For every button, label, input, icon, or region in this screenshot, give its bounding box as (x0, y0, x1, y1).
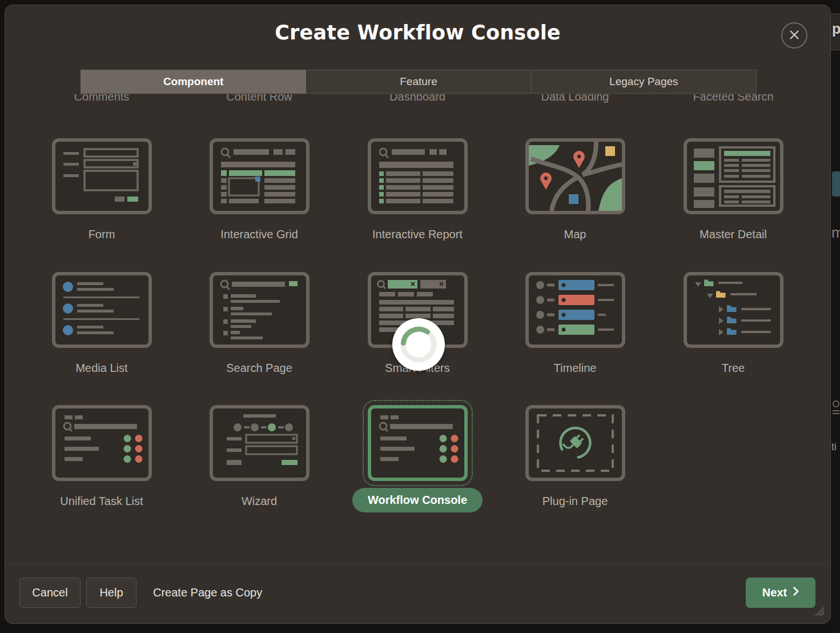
card-interactive-grid[interactable]: Interactive Grid (183, 138, 335, 242)
card-label-form: Form (26, 227, 178, 242)
card-label-wizard: Wizard (183, 494, 335, 508)
footer-divider (5, 563, 830, 564)
background-search-glyph (831, 400, 839, 419)
close-button[interactable] (781, 22, 807, 49)
chevron-right-icon (793, 586, 799, 599)
card-media-list[interactable]: Media List (26, 272, 178, 375)
master-detail-icon (684, 138, 783, 214)
card-label-timeline: Timeline (499, 360, 651, 375)
card-label-workflow-console: Workflow Console (352, 488, 483, 512)
card-wizard[interactable]: Wizard (183, 405, 335, 508)
card-master-detail[interactable]: Master Detail (657, 138, 809, 242)
background-text-fragment: ti (831, 441, 837, 453)
card-plug-in-page[interactable]: Plug-in Page (499, 405, 651, 508)
next-button-label: Next (762, 586, 787, 599)
tab-bar: ComponentFeatureLegacy Pages (81, 70, 757, 94)
screen: p m ti Create Workflow Console Component… (0, 0, 840, 633)
card-label-unified-task-list: Unified Task List (26, 494, 178, 508)
clipped-card-label-content-row: Content Row (183, 94, 335, 103)
card-label-interactive-report: Interactive Report (341, 227, 493, 242)
card-label-plug-in-page: Plug-in Page (499, 494, 651, 508)
card-workflow-console[interactable]: Workflow Console (341, 405, 493, 512)
loading-spinner (392, 318, 445, 371)
background-text-fragment: m (831, 224, 840, 242)
card-map[interactable]: Map (499, 138, 651, 242)
cancel-button[interactable]: Cancel (19, 578, 81, 608)
clipped-card-label-faceted-search: Faceted Search (657, 94, 809, 103)
scrolled-card-labels-row: CommentsContent RowDashboardData Loading… (5, 94, 831, 110)
timeline-icon (525, 272, 625, 348)
card-label-interactive-grid: Interactive Grid (183, 227, 335, 242)
tab-feature[interactable]: Feature (306, 70, 531, 94)
background-app-strip (831, 0, 840, 633)
wizard-icon (210, 405, 310, 481)
media-list-icon (52, 272, 152, 348)
dialog-title: Create Workflow Console (5, 21, 830, 44)
card-tree[interactable]: Tree (657, 272, 809, 375)
next-button[interactable]: Next (746, 578, 815, 608)
clipped-card-label-data-loading: Data Loading (499, 94, 651, 103)
tree-icon (684, 272, 783, 348)
interactive-grid-icon (210, 138, 310, 214)
card-label-media-list: Media List (26, 360, 178, 375)
resize-grip-icon[interactable] (813, 605, 825, 619)
card-label-search-page: Search Page (183, 360, 335, 375)
card-form[interactable]: Form (26, 138, 178, 242)
clipped-card-label-comments: Comments (26, 94, 178, 103)
tab-component[interactable]: Component (81, 70, 306, 94)
search-page-icon (210, 272, 310, 348)
card-timeline[interactable]: Timeline (499, 272, 651, 375)
form-icon (52, 138, 152, 214)
clipped-card-label-dashboard: Dashboard (341, 94, 493, 103)
card-label-map: Map (499, 227, 651, 242)
create-page-dialog: Create Workflow Console ComponentFeature… (5, 5, 831, 624)
close-icon (789, 29, 800, 42)
unified-task-list-icon (52, 405, 152, 481)
map-icon (525, 138, 625, 214)
background-text-fragment: p (832, 21, 840, 37)
card-label-master-detail: Master Detail (657, 227, 809, 242)
background-teal-block (832, 171, 840, 197)
create-page-as-copy-link[interactable]: Create Page as Copy (153, 578, 262, 608)
help-button[interactable]: Help (86, 578, 136, 608)
interactive-report-icon (368, 138, 468, 214)
tab-legacy-pages[interactable]: Legacy Pages (532, 70, 757, 94)
card-search-page[interactable]: Search Page (183, 272, 335, 375)
card-label-tree: Tree (657, 360, 809, 375)
workflow-console-icon (368, 405, 468, 481)
card-unified-task-list[interactable]: Unified Task List (26, 405, 178, 508)
plug-in-page-icon (525, 405, 625, 481)
card-interactive-report[interactable]: Interactive Report (341, 138, 493, 242)
